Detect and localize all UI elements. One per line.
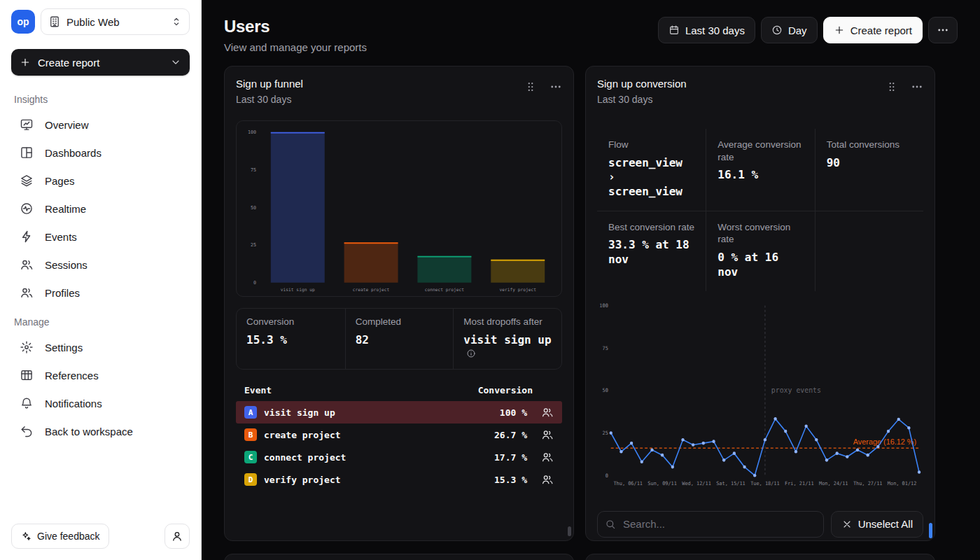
stat-label: Best conversion rate — [608, 221, 694, 234]
partial-card-1 — [224, 554, 574, 560]
stat-label: Flow — [608, 139, 694, 151]
sidebar-item-label: Realtime — [45, 203, 86, 215]
flow-step-2: › screen_view — [608, 170, 694, 200]
event-conversion: 26.7 % — [494, 430, 527, 440]
unselect-all-label: Unselect All — [858, 518, 913, 530]
flow-step-1: screen_view — [608, 156, 694, 171]
funnel-row-verify-project[interactable]: Dverify project15.3 % — [236, 468, 562, 491]
funnel-row-connect-project[interactable]: Cconnect project17.7 % — [236, 446, 562, 468]
svg-text:50: 50 — [251, 205, 256, 211]
events-icon — [20, 230, 34, 244]
search-input[interactable] — [597, 511, 824, 538]
sidebar-item-realtime[interactable]: Realtime — [11, 195, 190, 223]
sidebar-item-overview[interactable]: Overview — [11, 111, 190, 139]
svg-text:connect project: connect project — [425, 287, 465, 293]
svg-text:Thu, 27/11: Thu, 27/11 — [853, 479, 883, 486]
funnel-table-header: Event Conversion — [236, 379, 562, 401]
sidebar-item-references[interactable]: References — [11, 361, 190, 389]
conversion-line-chart[interactable]: 0255075100proxy eventsAverage (16.12 %)T… — [597, 300, 923, 487]
funnel-stat-completed: Completed82 — [345, 309, 454, 369]
user-icon — [171, 530, 183, 542]
event-name: visit sign up — [264, 407, 493, 418]
give-feedback-button[interactable]: Give feedback — [11, 524, 109, 549]
people-icon[interactable] — [541, 428, 554, 441]
people-icon[interactable] — [541, 451, 554, 463]
user-avatar-button[interactable] — [164, 524, 190, 549]
sidebar-item-settings[interactable]: Settings — [11, 333, 190, 361]
realtime-icon — [20, 202, 34, 216]
unselect-all-button[interactable]: Unselect All — [831, 511, 923, 538]
more-options-button[interactable] — [928, 17, 958, 43]
funnel-bar-chart[interactable]: 0255075100visit sign upcreate projectcon… — [236, 120, 562, 297]
funnel-stat-conversion: Conversion15.3 % — [237, 309, 345, 369]
clock-icon — [771, 24, 783, 36]
sidebar-item-label: Notifications — [45, 398, 102, 410]
overview-icon — [20, 118, 34, 132]
svg-text:100: 100 — [248, 130, 256, 135]
sidebar-item-dashboards[interactable]: Dashboards — [11, 139, 190, 167]
conversion-card-footer: Unselect All — [597, 511, 923, 538]
event-column-header: Event — [244, 385, 272, 396]
app-logo[interactable]: op — [11, 10, 35, 34]
funnel-table: Event Conversion Avisit sign up100 %Bcre… — [236, 379, 562, 491]
svg-text:Fri, 21/11: Fri, 21/11 — [785, 479, 814, 486]
create-report-button-header[interactable]: Create report — [823, 17, 923, 43]
card-subtitle: Last 30 days — [597, 94, 687, 105]
event-conversion: 100 % — [500, 407, 527, 418]
svg-text:0: 0 — [606, 472, 608, 478]
stat-label: Worst conversion rate — [718, 221, 803, 246]
chevron-down-icon — [170, 57, 181, 68]
people-icon[interactable] — [541, 406, 554, 419]
create-report-button-sidebar[interactable]: Create report — [11, 49, 190, 76]
workspace-selector[interactable]: Public Web — [41, 8, 190, 35]
funnel-stats: Conversion15.3 %Completed82Most dropoffs… — [236, 308, 562, 370]
workspace-row: op Public Web — [11, 8, 190, 35]
scrollbar-thumb[interactable] — [568, 526, 571, 536]
sidebar-item-pages[interactable]: Pages — [11, 167, 190, 195]
sidebar-item-back-to-workspace[interactable]: Back to workspace — [11, 417, 190, 445]
users-icon — [20, 258, 34, 272]
pages-icon — [20, 174, 34, 188]
conversion-card-body: Flow screen_view › screen_view Average c… — [586, 105, 934, 540]
sidebar-item-notifications[interactable]: Notifications — [11, 389, 190, 417]
sidebar-item-sessions[interactable]: Sessions — [11, 251, 190, 279]
sidebar-item-label: Sessions — [45, 259, 88, 271]
event-badge: A — [244, 406, 257, 419]
people-icon[interactable] — [541, 473, 554, 486]
create-report-label: Create report — [850, 24, 912, 36]
ellipsis-icon — [937, 24, 949, 36]
card-menu-icon[interactable] — [550, 80, 562, 93]
drag-handle-icon[interactable] — [886, 80, 898, 93]
stat-label: Conversion — [246, 316, 335, 328]
svg-text:25: 25 — [602, 430, 608, 436]
svg-text:75: 75 — [251, 167, 256, 173]
funnel-table-rows: Avisit sign up100 %Bcreate project26.7 %… — [236, 401, 562, 491]
scrollbar-thumb[interactable] — [929, 523, 932, 538]
stat-label: Total conversions — [827, 139, 912, 151]
sidebar-item-profiles[interactable]: Profiles — [11, 279, 190, 307]
references-icon — [20, 368, 34, 382]
interval-button[interactable]: Day — [761, 17, 818, 43]
settings-icon — [20, 340, 34, 354]
svg-text:Tue, 18/11: Tue, 18/11 — [750, 479, 780, 486]
svg-text:0: 0 — [253, 280, 256, 286]
nav-section-label-insights: Insights — [11, 94, 190, 105]
card-menu-icon[interactable] — [911, 80, 923, 93]
page-title: Users — [224, 17, 367, 36]
page-subtitle: View and manage your reports — [224, 41, 367, 53]
sidebar-item-label: Back to workspace — [45, 426, 133, 438]
calendar-icon — [668, 24, 680, 36]
svg-text:25: 25 — [251, 242, 256, 248]
svg-text:Sun, 09/11: Sun, 09/11 — [648, 479, 677, 486]
svg-text:Average (16.12 %): Average (16.12 %) — [853, 437, 917, 445]
funnel-row-visit-sign-up[interactable]: Avisit sign up100 % — [236, 401, 562, 424]
drag-handle-icon[interactable] — [524, 80, 537, 93]
sidebar-item-events[interactable]: Events — [11, 223, 190, 251]
date-range-label: Last 30 days — [685, 24, 745, 36]
card-title: Sign up funnel — [236, 78, 303, 90]
funnel-row-create-project[interactable]: Bcreate project26.7 % — [236, 424, 562, 446]
search-icon — [605, 519, 616, 530]
date-range-button[interactable]: Last 30 days — [658, 17, 755, 43]
svg-text:create project: create project — [353, 287, 390, 293]
funnel-card: Sign up funnel Last 30 days 0255075100vi… — [224, 66, 574, 541]
